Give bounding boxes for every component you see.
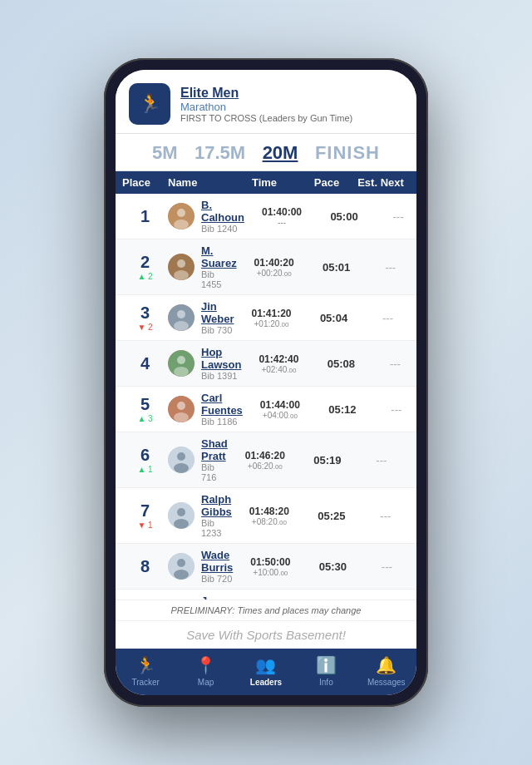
time-cell: 01:42:40 +02:40.00 [241,353,316,374]
place-change-down: ▼ 2 [137,323,152,332]
table-row[interactable]: 9 J. Bird Bib 1451 01:50:20 +10:20.00 05… [116,590,416,600]
time-cell: 01:44:00 +04:00.00 [243,399,318,420]
checkpoint-5m[interactable]: 5M [152,142,178,163]
runner-name[interactable]: Shad Pratt [201,437,228,462]
time-diff: +04:00.00 [243,411,318,420]
svg-point-8 [174,321,189,331]
nav-item-map[interactable]: 📍 Map [181,655,231,687]
name-cell[interactable]: B. Calhoun Bib 1240 [168,199,244,234]
pace-cell: 05:04 [309,312,359,324]
nav-item-messages[interactable]: 🔔 Messages [362,655,411,687]
place-change-up: ▲ 1 [137,465,152,474]
pace-cell: 05:19 [303,454,352,466]
svg-point-10 [177,356,185,364]
checkpoint-20m[interactable]: 20M [263,142,298,163]
name-cell[interactable]: Ralph Gibbs Bib 1233 [168,493,232,538]
table-row[interactable]: 4 Hop Lawson Bib 1391 01:42:40 +02:40.00… [116,341,416,387]
svg-point-7 [177,310,185,318]
runner-bib: Bib 1186 [201,417,243,427]
estnext-cell: --- [366,358,416,370]
table-row[interactable]: 2 ▲ 2 M. Suarez Bib 1455 01:40:20 +00:20… [116,239,416,295]
place-change-up: ▲ 3 [137,414,152,423]
name-cell[interactable]: Shad Pratt Bib 716 [168,437,228,482]
time-cell: 01:46:20 +06:20.00 [228,450,303,471]
runner-bib: Bib 716 [201,462,228,482]
svg-point-5 [174,270,189,280]
tracker-icon: 🏃 [135,655,156,675]
time-diff: +00:20.00 [237,269,312,278]
runner-bib: Bib 1233 [201,518,232,538]
save-banner[interactable]: Save With Sports Basement! [116,620,416,649]
col-time: Time [227,176,302,189]
svg-point-11 [174,367,189,377]
table-row[interactable]: 8 Wade Burris Bib 720 01:50:00 +10:00.00… [116,544,416,590]
pace-cell: 05:01 [312,261,362,274]
leaders-icon: 👥 [255,655,276,675]
name-cell[interactable]: Hop Lawson Bib 1391 [168,346,241,381]
results-list: 1 B. Calhoun Bib 1240 01:40:00 --- 05:00… [116,194,416,600]
place-change-up: ▲ 2 [137,272,152,281]
col-pace: Pace [302,176,352,189]
runner-name[interactable]: B. Calhoun [201,199,244,224]
time-cell: 01:50:00 +10:00.00 [233,556,308,577]
bottom-nav: 🏃 Tracker 📍 Map 👥 Leaders ℹ️ Info 🔔 Mess… [116,649,416,695]
preliminary-note: PRELIMINARY: Times and places may change [116,600,416,620]
event-icon: 🏃 [129,83,170,125]
phone-shell: 🏃 Elite Men Marathon FIRST TO CROSS (Lea… [104,58,428,707]
time-main: 01:41:20 [234,308,309,319]
avatar [168,396,195,422]
name-info: Hop Lawson Bib 1391 [201,346,241,381]
avatar [168,447,195,473]
place-number: 2 [140,254,150,270]
runner-name[interactable]: Ralph Gibbs [201,493,232,518]
event-header: 🏃 Elite Men Marathon FIRST TO CROSS (Lea… [116,70,416,134]
time-diff: +06:20.00 [228,461,303,471]
place-cell: 4 [122,355,168,372]
nav-item-leaders[interactable]: 👥 Leaders [241,655,291,687]
runner-name[interactable]: Hop Lawson [201,346,241,371]
table-row[interactable]: 1 B. Calhoun Bib 1240 01:40:00 --- 05:00… [116,194,416,239]
avatar [168,304,195,331]
avatar [168,350,195,377]
time-cell: 01:41:20 +01:20.00 [234,308,309,328]
runner-bib: Bib 1455 [201,269,237,289]
pace-cell: 05:25 [307,510,357,522]
leaders-label: Leaders [250,678,282,687]
estnext-cell: --- [357,510,415,522]
avatar [168,502,195,529]
table-row[interactable]: 3 ▼ 2 Jin Weber Bib 730 01:41:20 +01:20.… [116,295,416,341]
time-main: 01:42:40 [241,353,316,365]
nav-item-info[interactable]: ℹ️ Info [301,655,351,687]
name-info: Wade Burris Bib 720 [201,549,233,584]
place-number: 7 [140,502,150,519]
estnext-cell: --- [352,454,411,466]
time-main: 01:44:00 [243,399,318,411]
name-cell[interactable]: Carl Fuentes Bib 1186 [168,392,243,427]
runner-name[interactable]: M. Suarez [201,244,237,269]
name-cell[interactable]: Wade Burris Bib 720 [168,549,233,584]
table-row[interactable]: 7 ▼ 1 Ralph Gibbs Bib 1233 01:48:20 +08:… [116,488,416,544]
table-row[interactable]: 5 ▲ 3 Carl Fuentes Bib 1186 01:44:00 +04… [116,387,416,432]
place-number: 1 [140,208,150,225]
name-cell[interactable]: M. Suarez Bib 1455 [168,244,237,289]
svg-point-17 [174,463,189,473]
avatar [168,203,195,230]
event-subtitle: Marathon [180,101,352,113]
time-cell: 01:40:00 --- [244,206,319,227]
name-cell[interactable]: Jin Weber Bib 730 [168,300,234,335]
place-number: 6 [140,447,150,463]
checkpoint-17-5m[interactable]: 17.5M [195,142,245,163]
runner-name[interactable]: Carl Fuentes [201,392,243,417]
runner-name[interactable]: Wade Burris [201,549,233,574]
place-change-down: ▼ 1 [137,521,152,530]
checkpoint-finish[interactable]: FINISH [315,142,380,163]
table-row[interactable]: 6 ▲ 1 Shad Pratt Bib 716 01:46:20 +06:20… [116,432,416,488]
name-info: Jin Weber Bib 730 [201,300,234,335]
event-title: Elite Men [180,86,352,101]
name-info: Carl Fuentes Bib 1186 [201,392,243,427]
pace-cell: 05:12 [318,403,367,416]
place-number: 3 [140,304,150,321]
runner-name[interactable]: Jin Weber [201,300,234,325]
svg-point-2 [174,220,189,230]
nav-item-tracker[interactable]: 🏃 Tracker [121,655,170,687]
